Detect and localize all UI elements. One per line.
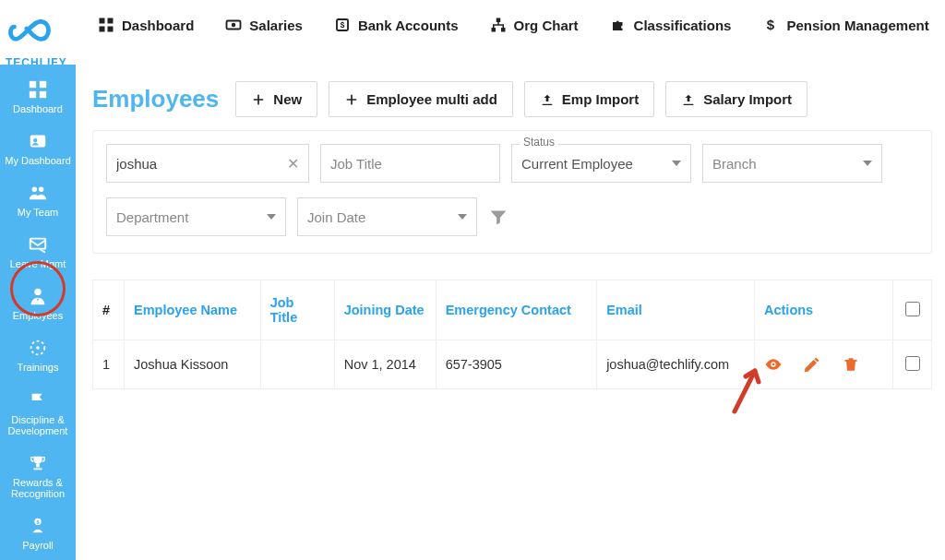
multi-add-button[interactable]: Employee multi add xyxy=(329,81,513,117)
sidebar-label: Trainings xyxy=(18,362,59,373)
cell-select[interactable] xyxy=(893,340,932,389)
new-button[interactable]: New xyxy=(235,81,317,117)
status-select[interactable]: Status Current Employee xyxy=(511,144,691,183)
sidebar-item-rewards[interactable]: Rewards & Recognition xyxy=(0,446,76,508)
department-placeholder: Department xyxy=(116,209,188,225)
cell-num: 1 xyxy=(93,340,125,389)
sidebar-item-employees[interactable]: Employees xyxy=(0,279,76,330)
svg-point-19 xyxy=(32,187,38,193)
sidebar-item-dashboard[interactable]: Dashboard xyxy=(0,72,76,124)
emp-import-label: Emp Import xyxy=(562,91,639,107)
sidebar-label: Leave Mgmt xyxy=(10,258,66,269)
row-checkbox[interactable] xyxy=(905,356,920,371)
sidebar-item-my-team[interactable]: My Team xyxy=(0,175,76,227)
col-actions[interactable]: Actions xyxy=(755,280,893,340)
sidebar: Dashboard My Dashboard My Team Leave Mgm… xyxy=(0,65,76,560)
topbar: TECHLIFY Dashboard Salaries $ Bank Accou… xyxy=(0,0,945,65)
sidebar-item-my-dashboard[interactable]: My Dashboard xyxy=(0,124,76,175)
nav-salaries[interactable]: Salaries xyxy=(225,17,303,33)
nav-pension-label: Pension Management xyxy=(786,18,928,33)
job-title-select[interactable]: Job Title xyxy=(320,144,500,183)
branch-placeholder: Branch xyxy=(712,156,757,172)
svg-rect-10 xyxy=(501,28,506,32)
dashboard-icon xyxy=(98,17,114,33)
team-icon xyxy=(28,183,48,203)
sidebar-item-discipline[interactable]: Discipline & Development xyxy=(0,383,76,446)
department-select[interactable]: Department xyxy=(106,197,286,236)
table-row: 1 Joshua Kissoon Nov 1, 2014 657-3905 jo… xyxy=(93,340,932,389)
table-header-row: # Employee Name Job Title Joining Date E… xyxy=(93,280,932,340)
col-num: # xyxy=(93,280,125,340)
dollar-icon: $ xyxy=(762,17,779,33)
plus-icon xyxy=(251,92,266,107)
caret-down-icon xyxy=(672,161,681,166)
nav-pension[interactable]: $ Pension Management xyxy=(762,17,928,33)
svg-rect-3 xyxy=(108,27,114,32)
caret-down-icon xyxy=(458,214,467,220)
mail-send-icon xyxy=(28,234,48,255)
svg-point-30 xyxy=(772,363,775,366)
main: Employees New Employee multi add Emp Imp… xyxy=(76,65,945,560)
emp-import-button[interactable]: Emp Import xyxy=(524,81,654,117)
col-email[interactable]: Email xyxy=(597,280,755,340)
sidebar-item-payroll[interactable]: $ Payroll xyxy=(0,508,76,560)
svg-rect-0 xyxy=(100,18,105,24)
cell-name: Joshua Kissoon xyxy=(125,340,261,389)
sidebar-label: Payroll xyxy=(22,540,54,551)
filters-card: ✕ Job Title Status Current Employee Bran… xyxy=(92,130,932,254)
nav-orgchart-label: Org Chart xyxy=(514,18,579,33)
col-select-all[interactable] xyxy=(893,280,932,340)
clear-search-icon[interactable]: ✕ xyxy=(287,155,299,173)
nav-dashboard[interactable]: Dashboard xyxy=(98,17,194,33)
dashboard-icon xyxy=(28,79,48,100)
cell-emergency: 657-3905 xyxy=(436,340,596,389)
nav-orgchart[interactable]: Org Chart xyxy=(490,17,579,33)
topnav: Dashboard Salaries $ Bank Accounts Org C… xyxy=(98,17,945,33)
nav-classifications-label: Classifications xyxy=(634,18,732,33)
svg-point-5 xyxy=(232,23,236,28)
plus-icon xyxy=(344,92,359,107)
employee-icon xyxy=(28,286,48,306)
id-card-icon xyxy=(28,131,48,151)
svg-rect-16 xyxy=(40,91,46,98)
upload-icon xyxy=(681,92,696,107)
nav-salaries-label: Salaries xyxy=(249,18,303,33)
svg-text:$: $ xyxy=(767,17,775,32)
sidebar-item-leave[interactable]: Leave Mgmt xyxy=(0,227,76,279)
col-job[interactable]: Job Title xyxy=(260,280,334,340)
svg-rect-14 xyxy=(40,81,46,88)
sidebar-item-trainings[interactable]: Trainings xyxy=(0,330,76,382)
trophy-icon xyxy=(28,453,48,473)
target-icon xyxy=(28,338,48,358)
svg-point-20 xyxy=(39,187,43,193)
view-icon[interactable] xyxy=(764,355,783,374)
cell-actions xyxy=(755,340,893,389)
search-input-wrap[interactable]: ✕ xyxy=(106,144,309,183)
caret-down-icon xyxy=(863,161,872,166)
join-date-select[interactable]: Join Date xyxy=(297,197,477,236)
upload-icon xyxy=(540,92,555,107)
col-emergency[interactable]: Emergency Contact xyxy=(436,280,596,340)
puzzle-icon xyxy=(610,17,627,33)
branch-select[interactable]: Branch xyxy=(702,144,882,183)
svg-point-24 xyxy=(36,347,40,351)
status-label: Status xyxy=(520,136,558,149)
search-input[interactable] xyxy=(116,156,287,172)
nav-classifications[interactable]: Classifications xyxy=(610,17,732,33)
edit-icon[interactable] xyxy=(803,355,821,374)
brand-logo[interactable]: TECHLIFY xyxy=(6,11,76,57)
salary-import-button[interactable]: Salary Import xyxy=(665,81,807,117)
delete-icon[interactable] xyxy=(842,355,860,374)
svg-rect-9 xyxy=(491,28,496,32)
nav-bank[interactable]: $ Bank Accounts xyxy=(334,17,459,33)
col-joined[interactable]: Joining Date xyxy=(334,280,436,340)
bank-icon: $ xyxy=(334,17,351,33)
page-header: Employees New Employee multi add Emp Imp… xyxy=(92,81,932,117)
select-all-checkbox[interactable] xyxy=(905,302,920,316)
new-label: New xyxy=(273,91,302,107)
col-name[interactable]: Employee Name xyxy=(125,280,261,340)
svg-point-22 xyxy=(34,289,41,295)
filter-icon[interactable] xyxy=(488,207,508,227)
svg-point-18 xyxy=(33,138,37,142)
status-value: Current Employee xyxy=(521,156,633,172)
